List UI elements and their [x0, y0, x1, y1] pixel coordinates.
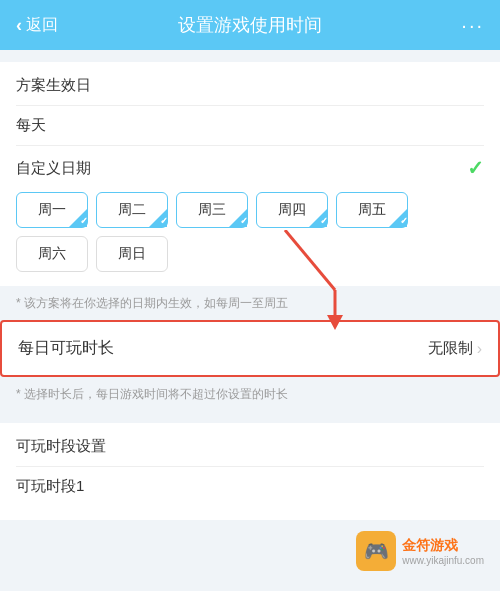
back-label: 返回	[26, 15, 58, 36]
day-wed-label: 周三	[198, 201, 226, 219]
day-sun-label: 周日	[118, 245, 146, 263]
effective-date-label: 方案生效日	[16, 76, 484, 95]
divider-1	[16, 105, 484, 106]
custom-date-label: 自定义日期	[16, 159, 91, 178]
back-chevron-icon: ‹	[16, 15, 22, 36]
time-period-label: 可玩时段设置	[16, 437, 484, 456]
daily-time-value: 无限制 ›	[428, 339, 482, 358]
day-sun-button[interactable]: 周日	[96, 236, 168, 272]
watermark: 🎮 金符游戏 www.yikajinfu.com	[356, 531, 484, 571]
daily-time-chevron-icon: ›	[477, 340, 482, 358]
days-grid: 周一 ✓ 周二 ✓ 周三 ✓ 周四 ✓ 周五 ✓ 周六	[16, 192, 484, 272]
daily-time-text: 无限制	[428, 339, 473, 358]
custom-date-row: 自定义日期 ✓	[16, 156, 484, 180]
watermark-brand-name: 金符游戏	[402, 537, 484, 555]
day-fri-label: 周五	[358, 201, 386, 219]
day-mon-check-icon: ✓	[69, 209, 87, 227]
day-wed-button[interactable]: 周三 ✓	[176, 192, 248, 228]
day-mon-button[interactable]: 周一 ✓	[16, 192, 88, 228]
custom-date-checkmark: ✓	[467, 156, 484, 180]
day-fri-check-icon: ✓	[389, 209, 407, 227]
day-tue-check-icon: ✓	[149, 209, 167, 227]
day-sat-label: 周六	[38, 245, 66, 263]
time-period-card: 可玩时段设置 可玩时段1	[0, 423, 500, 520]
day-thu-label: 周四	[278, 201, 306, 219]
day-fri-button[interactable]: 周五 ✓	[336, 192, 408, 228]
page-title: 设置游戏使用时间	[178, 13, 322, 37]
daily-time-label: 每日可玩时长	[18, 338, 114, 359]
day-thu-check-icon: ✓	[309, 209, 327, 227]
day-thu-button[interactable]: 周四 ✓	[256, 192, 328, 228]
info-text-2: * 选择时长后，每日游戏时间将不超过你设置的时长	[0, 377, 500, 411]
schedule-card: 方案生效日 每天 自定义日期 ✓ 周一 ✓ 周二 ✓ 周三 ✓ 周四 ✓	[0, 62, 500, 286]
divider-3	[16, 466, 484, 467]
day-mon-label: 周一	[38, 201, 66, 219]
day-wed-check-icon: ✓	[229, 209, 247, 227]
info-text-1: * 该方案将在你选择的日期内生效，如每周一至周五	[0, 286, 500, 320]
watermark-text: 金符游戏 www.yikajinfu.com	[402, 537, 484, 566]
time-period-sub-label: 可玩时段1	[16, 477, 484, 496]
more-button[interactable]: ···	[461, 14, 484, 37]
watermark-logo-icon: 🎮	[356, 531, 396, 571]
daily-time-row[interactable]: 每日可玩时长 无限制 ›	[0, 320, 500, 377]
everyday-label: 每天	[16, 116, 484, 135]
day-sat-button[interactable]: 周六	[16, 236, 88, 272]
back-button[interactable]: ‹ 返回	[16, 15, 58, 36]
header: ‹ 返回 设置游戏使用时间 ···	[0, 0, 500, 50]
day-tue-label: 周二	[118, 201, 146, 219]
content-area: 方案生效日 每天 自定义日期 ✓ 周一 ✓ 周二 ✓ 周三 ✓ 周四 ✓	[0, 62, 500, 520]
watermark-url: www.yikajinfu.com	[402, 555, 484, 566]
divider-2	[16, 145, 484, 146]
day-tue-button[interactable]: 周二 ✓	[96, 192, 168, 228]
